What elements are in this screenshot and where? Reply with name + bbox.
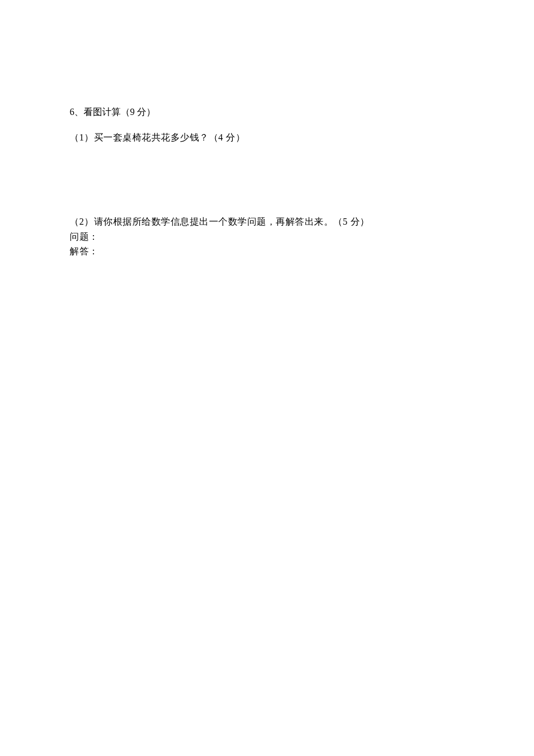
document-content: 6、看图计算（9 分） （1）买一套桌椅花共花多少钱？（4 分） （2）请你根据… <box>0 0 534 259</box>
answer-prompt-label: 解答： <box>70 244 464 259</box>
question-number: 6 <box>70 107 74 117</box>
sub-question-2: （2）请你根据所给数学信息提出一个数学问题，再解答出来。（5 分） <box>70 214 464 229</box>
answer-space-1 <box>70 145 464 214</box>
sub-question-1: （1）买一套桌椅花共花多少钱？（4 分） <box>70 130 464 145</box>
question-header: 6、看图计算（9 分） <box>70 105 464 120</box>
question-prompt-label: 问题： <box>70 229 464 244</box>
question-title: 、看图计算（9 分） <box>74 107 156 117</box>
